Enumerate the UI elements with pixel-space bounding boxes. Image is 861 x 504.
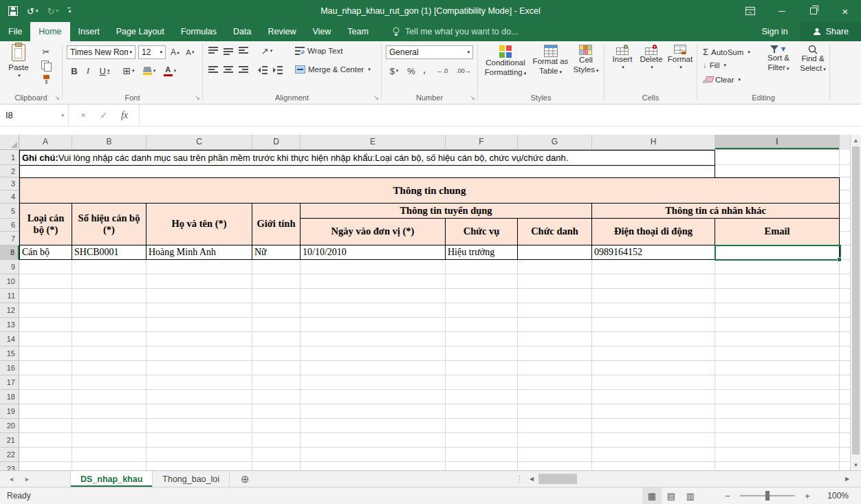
- ribbon-tab-file[interactable]: File: [0, 22, 30, 41]
- column-header-D[interactable]: D: [252, 135, 301, 150]
- format-cells-button[interactable]: Format ▾: [666, 43, 694, 89]
- column-header-E[interactable]: E: [301, 135, 446, 150]
- horizontal-scrollbar[interactable]: ◀ ▶: [526, 471, 853, 487]
- worksheet[interactable]: Ghi chú: Vui lòng nhập các danh mục sau …: [0, 135, 850, 470]
- header-chuc-danh[interactable]: Chức danh: [518, 219, 592, 245]
- font-name-combo[interactable]: Times New Roma▾: [67, 45, 135, 59]
- header-thong-tin-tuyen-dung[interactable]: Thông tin tuyển dụng: [301, 204, 592, 219]
- conditional-formatting-button[interactable]: Conditional Formatting▾: [481, 43, 530, 89]
- cell-styles-button[interactable]: Cell Styles▾: [571, 43, 601, 89]
- tell-me-box[interactable]: Tell me what you want to do...: [392, 22, 519, 41]
- column-header-H[interactable]: H: [592, 135, 715, 150]
- ribbon-tab-insert[interactable]: Insert: [70, 22, 108, 41]
- decrease-indent-button[interactable]: [258, 66, 268, 74]
- previous-sheet-button[interactable]: ◄: [8, 476, 14, 483]
- horizontal-scrollbar-thumb[interactable]: [538, 474, 577, 484]
- orientation-button[interactable]: ↗▾: [258, 45, 276, 56]
- row-header-4[interactable]: 4: [0, 190, 19, 204]
- ribbon-tab-view[interactable]: View: [304, 22, 339, 41]
- cell-D8[interactable]: Nữ: [252, 245, 301, 260]
- ribbon-tab-page-layout[interactable]: Page Layout: [108, 22, 173, 41]
- vertical-scrollbar-thumb[interactable]: [852, 146, 860, 454]
- fill-button[interactable]: ↓Fill▾: [703, 61, 726, 69]
- percent-style-button[interactable]: %: [405, 65, 417, 77]
- increase-font-size-button[interactable]: A▲: [168, 47, 182, 58]
- scrollbar-resize-handle[interactable]: ⋮: [513, 471, 526, 487]
- cell-C8[interactable]: Hoàng Minh Anh: [146, 245, 252, 260]
- ribbon-tab-formulas[interactable]: Formulas: [173, 22, 225, 41]
- save-button[interactable]: [8, 6, 18, 16]
- sheet-tab-thong_bao_loi[interactable]: Thong_bao_loi: [153, 471, 230, 487]
- redo-button[interactable]: ↻▾: [47, 6, 58, 17]
- number-dialog-launcher[interactable]: ↘: [470, 94, 475, 101]
- header-dien-thoai[interactable]: Điện thoại di động: [592, 219, 715, 245]
- cut-button[interactable]: ✂: [39, 46, 54, 58]
- sign-in-button[interactable]: Sign in: [749, 22, 800, 41]
- row-header-21[interactable]: 21: [0, 433, 19, 448]
- view-page-layout-button[interactable]: ▤: [662, 487, 681, 504]
- row-header-19[interactable]: 19: [0, 404, 19, 419]
- align-center-button[interactable]: [224, 66, 233, 74]
- sheet-tab-ds_nhap_khau[interactable]: DS_nhap_khau: [70, 471, 153, 487]
- view-page-break-button[interactable]: ▥: [681, 487, 700, 504]
- paste-button[interactable]: Paste ▾: [3, 43, 34, 89]
- borders-button[interactable]: ⊞▾: [119, 65, 138, 77]
- new-sheet-button[interactable]: ⊕: [230, 471, 261, 487]
- align-right-button[interactable]: [239, 66, 248, 74]
- underline-button[interactable]: U▾: [96, 65, 113, 77]
- decrease-decimal-button[interactable]: .00→: [453, 65, 474, 77]
- restore-button[interactable]: [798, 0, 829, 22]
- cell-A8[interactable]: Cán bộ: [19, 245, 72, 260]
- fill-handle[interactable]: [837, 257, 842, 262]
- wrap-text-button[interactable]: Wrap Text: [295, 47, 342, 55]
- row-header-23[interactable]: 23: [0, 462, 19, 470]
- align-top-button[interactable]: [208, 47, 218, 55]
- increase-indent-button[interactable]: [273, 66, 283, 74]
- row-header-20[interactable]: 20: [0, 419, 19, 433]
- font-size-combo[interactable]: 12▾: [138, 45, 166, 59]
- header-thong-tin-ca-nhan-khac[interactable]: Thông tin cá nhân khác: [592, 204, 840, 219]
- cell-H8[interactable]: 0989164152: [592, 245, 715, 260]
- ribbon-tab-team[interactable]: Team: [339, 22, 377, 41]
- align-left-button[interactable]: [208, 66, 218, 74]
- row-header-2[interactable]: 2: [0, 165, 19, 177]
- column-header-G[interactable]: G: [518, 135, 592, 150]
- header-so-hieu-can-bo[interactable]: Số hiệu cán bộ (*): [72, 204, 146, 245]
- row-header-12[interactable]: 12: [0, 303, 19, 318]
- align-bottom-button[interactable]: [239, 47, 248, 55]
- close-button[interactable]: ×: [829, 0, 861, 22]
- header-thong-tin-chung[interactable]: Thông tin chung: [19, 177, 840, 204]
- sort-filter-button[interactable]: ▼ Sort & Filter▾: [761, 43, 796, 89]
- header-loai-can-bo[interactable]: Loại cán bộ (*): [19, 204, 72, 245]
- header-ngay-vao-don-vi[interactable]: Ngày vào đơn vị (*): [301, 219, 446, 245]
- column-header-I[interactable]: I: [715, 135, 840, 150]
- delete-cells-button[interactable]: Delete ▾: [637, 43, 665, 89]
- next-sheet-button[interactable]: ►: [24, 476, 30, 483]
- formula-input[interactable]: [140, 105, 861, 126]
- alignment-dialog-launcher[interactable]: ↘: [373, 94, 379, 101]
- row-header-3[interactable]: 3: [0, 177, 19, 190]
- column-header-A[interactable]: A: [19, 135, 72, 150]
- insert-cells-button[interactable]: Insert ▾: [609, 43, 636, 89]
- format-painter-button[interactable]: [39, 74, 54, 85]
- ribbon-tab-data[interactable]: Data: [225, 22, 259, 41]
- cancel-button[interactable]: ×: [73, 110, 94, 120]
- enter-button[interactable]: ✓: [94, 110, 114, 120]
- zoom-level[interactable]: 100%: [817, 491, 855, 501]
- clear-button[interactable]: Clear▾: [703, 76, 741, 84]
- insert-function-button[interactable]: fx: [114, 110, 135, 121]
- column-header-F[interactable]: F: [446, 135, 518, 150]
- row-header-8[interactable]: 8: [0, 245, 19, 260]
- row-header-1[interactable]: 1: [0, 150, 19, 165]
- cell-F8[interactable]: Hiệu trưởng: [446, 245, 518, 260]
- autosum-button[interactable]: ΣAutoSum▾: [703, 47, 750, 57]
- active-cell-selection[interactable]: [715, 245, 841, 261]
- row-header-15[interactable]: 15: [0, 347, 19, 361]
- row-header-16[interactable]: 16: [0, 361, 19, 375]
- comma-style-button[interactable]: ,: [419, 62, 430, 77]
- header-chuc-vu[interactable]: Chức vụ: [446, 219, 518, 245]
- row-header-7[interactable]: 7: [0, 232, 19, 245]
- column-header-B[interactable]: B: [72, 135, 146, 150]
- ribbon-display-options-button[interactable]: [734, 0, 766, 22]
- zoom-slider[interactable]: [740, 495, 795, 496]
